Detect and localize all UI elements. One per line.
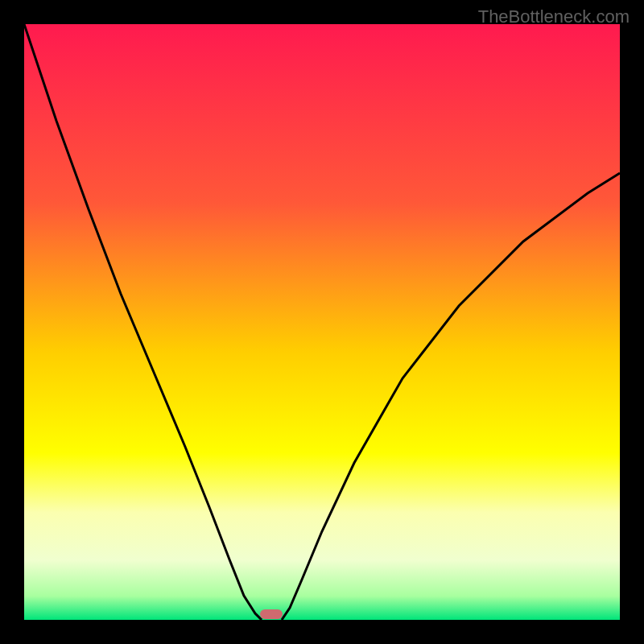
right-curve <box>282 173 620 620</box>
plot-area <box>24 24 620 620</box>
bottleneck-marker <box>260 609 283 619</box>
watermark-text: TheBottleneck.com <box>478 6 630 27</box>
left-curve <box>24 24 262 620</box>
curve-layer <box>24 24 620 620</box>
